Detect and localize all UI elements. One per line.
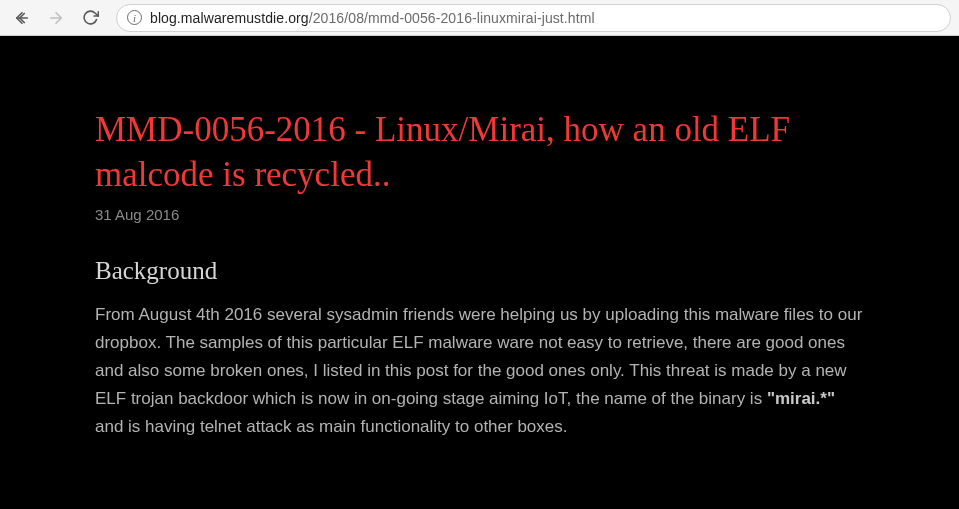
forward-arrow-icon <box>47 9 65 27</box>
site-info-icon[interactable]: i <box>127 10 142 25</box>
reload-button[interactable] <box>76 4 104 32</box>
body-text-bold: "mirai.*" <box>767 389 835 408</box>
body-text-before: From August 4th 2016 several sysadmin fr… <box>95 305 862 408</box>
back-button[interactable] <box>8 4 36 32</box>
page-content: MMD-0056-2016 - Linux/Mirai, how an old … <box>0 36 959 509</box>
section-heading: Background <box>95 257 864 285</box>
browser-toolbar: i blog.malwaremustdie.org/2016/08/mmd-00… <box>0 0 959 36</box>
body-text-after: and is having telnet attack as main func… <box>95 417 568 436</box>
url-domain: blog.malwaremustdie.org <box>150 10 309 26</box>
forward-button[interactable] <box>42 4 70 32</box>
body-paragraph: From August 4th 2016 several sysadmin fr… <box>95 301 864 441</box>
url-text: blog.malwaremustdie.org/2016/08/mmd-0056… <box>150 10 595 26</box>
post-date: 31 Aug 2016 <box>95 206 864 223</box>
address-bar[interactable]: i blog.malwaremustdie.org/2016/08/mmd-00… <box>116 4 951 32</box>
url-path: /2016/08/mmd-0056-2016-linuxmirai-just.h… <box>309 10 595 26</box>
reload-icon <box>82 9 99 26</box>
back-arrow-icon <box>13 9 31 27</box>
post-title: MMD-0056-2016 - Linux/Mirai, how an old … <box>95 108 864 198</box>
